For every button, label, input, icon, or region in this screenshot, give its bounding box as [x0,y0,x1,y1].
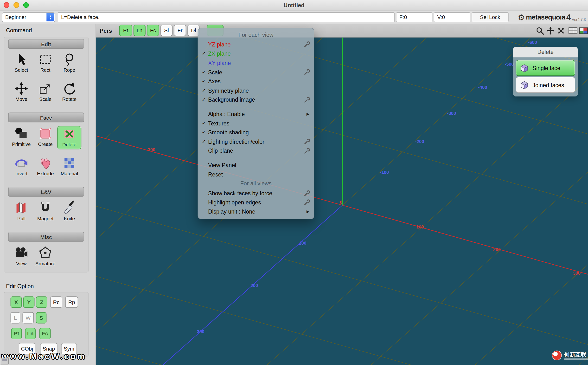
menu-item-highlight-open-edges[interactable]: Highlight open edges [198,198,314,207]
grid-coordinate-label: -200 [415,139,424,144]
menu-item-lighting-direction-color[interactable]: ✓Lighting direction/color [198,137,314,146]
tool-label: Delete [62,142,76,147]
tool-pull[interactable]: Pull [9,200,34,224]
toggle-y[interactable]: Y [23,296,35,308]
toggle-rc[interactable]: Rc [50,296,62,308]
viewbar-button-pt[interactable]: Pt [119,25,132,36]
select-icon [14,52,29,67]
tool-row: Move Scale Rotate [4,81,89,105]
tool-invert[interactable]: Invert [9,155,34,179]
menu-item-alpha-enable[interactable]: Alpha : Enable▶ [198,109,314,119]
menu-item-display-unit-none[interactable]: Display unit : None▶ [198,207,314,216]
menu-item-view-panel[interactable]: View Panel [198,160,314,169]
joined-faces-button[interactable]: Joined faces [516,77,575,93]
menu-item-background-image[interactable]: ✓Background image [198,95,314,104]
toggle-rp[interactable]: Rp [65,296,78,308]
delete-panel-title: Delete [513,47,578,57]
mode-dropdown[interactable]: Beginner ▲▼ [2,12,55,22]
menu-item-label: View Panel [208,162,236,168]
menu-item-scale[interactable]: ✓Scale [198,67,314,77]
viewbar-button-fc[interactable]: Fc [147,25,159,36]
checkmark-icon: ✓ [202,78,208,84]
toggle-x[interactable]: X [11,296,22,308]
tool-rotate[interactable]: Rotate [57,81,81,105]
tool-rope[interactable]: Rope [57,52,81,75]
menu-item-smooth-shading[interactable]: ✓Smooth shading [198,128,314,137]
tool-rect[interactable]: Rect [34,52,57,75]
knife-icon [62,200,77,215]
single-view-layout-icon[interactable] [568,26,577,35]
dropdown-stepper-icon[interactable]: ▲▼ [47,13,54,21]
command-panel-title: Command [6,27,32,33]
menu-item-yz-plane[interactable]: YZ plane [198,40,314,49]
app-logo: ⚙ metasequoia 4 Ver4.7.3 [518,12,586,23]
viewbar-button-fr[interactable]: Fr [174,25,186,36]
tool-delete-selected[interactable]: Delete [57,126,81,149]
toggle-s[interactable]: S [36,312,47,323]
scale-icon [38,81,53,96]
cxhl-watermark-text: 创新互联 [564,351,588,357]
single-face-button[interactable]: Single face [516,60,575,76]
menu-item-label: Lighting direction/color [208,138,264,145]
sel-lock-button[interactable]: Sel Lock [472,12,509,22]
grid-coordinate-label: 200 [493,247,501,252]
grid-coordinate-label: 100 [299,240,306,246]
corner-window-icon [1,358,9,364]
tool-view[interactable]: View [9,245,34,269]
menu-item-axes[interactable]: ✓Axes [198,77,314,86]
menu-item-textures[interactable]: ✓Textures [198,119,314,128]
brand-name: metasequoia [526,13,565,21]
toggle-w[interactable]: W [23,312,34,323]
menu-item-clip-plane[interactable]: Clip plane [198,146,314,155]
tool-primitive[interactable]: Primitive [9,126,34,149]
tool-select[interactable]: Select [9,52,34,75]
primitive-icon [14,126,29,141]
tool-magnet[interactable]: Magnet [34,200,57,224]
tool-extrude[interactable]: Extrude [34,155,57,179]
toggle-ln[interactable]: Ln [25,328,36,339]
toggle-pt[interactable]: Pt [11,328,22,339]
wrench-icon [304,138,311,145]
tool-material[interactable]: Material [57,155,81,179]
menu-item-zx-plane[interactable]: ✓ZX plane [198,49,314,58]
toggle-l[interactable]: L [11,312,21,323]
menu-item-show-back-faces-by-force[interactable]: Show back faces by force [198,189,314,198]
tool-label: Material [61,171,78,176]
wrench-icon [304,69,311,75]
grid-coordinate-label: -300 [146,147,155,152]
checkmark-icon: ✓ [202,88,208,93]
section-header-face: Face [8,113,84,123]
menu-item-label: Symmetry plane [208,87,249,94]
hint-field[interactable] [58,12,395,22]
tool-scale[interactable]: Scale [34,81,57,105]
rect-select-icon [38,52,53,67]
toggle-z[interactable]: Z [36,296,48,308]
toggle-fc[interactable]: Fc [40,328,51,339]
menu-item-symmetry-plane[interactable]: ✓Symmetry plane [198,86,314,95]
menu-item-xy-plane[interactable]: XY plane [198,58,314,67]
rotate-view-tool-icon[interactable] [556,26,565,35]
viewport-toolbar: Pers Pt Ln Fc Si Fr Di [96,24,588,38]
four-view-layout-icon[interactable] [579,26,588,35]
version-label: Ver4.7.3 [572,18,586,23]
tool-move[interactable]: Move [9,81,34,105]
section-header-lv: L&V [8,187,84,197]
tool-label: Armature [35,261,55,266]
view-mode-label[interactable]: Pers [100,24,112,37]
menu-item-label: Scale [208,69,222,75]
menu-item-label: Reset [208,171,223,177]
rotate-icon [62,81,77,96]
viewbar-button-ln[interactable]: Ln [134,25,146,36]
checkmark-icon: ✓ [202,139,208,144]
viewbar-button-si[interactable]: Si [160,25,172,36]
tool-create[interactable]: Create [34,126,57,149]
pan-tool-icon[interactable] [546,26,555,35]
zoom-tool-icon[interactable] [536,26,544,35]
menu-item-reset[interactable]: Reset [198,169,314,179]
grid-coordinate-label: 300 [197,329,204,334]
menu-item-label: Display unit : None [208,209,255,215]
tool-armature[interactable]: Armature [34,245,57,269]
window-title: Untitled [0,0,588,11]
tool-knife[interactable]: Knife [57,200,81,224]
checkmark-icon: ✓ [202,130,208,135]
